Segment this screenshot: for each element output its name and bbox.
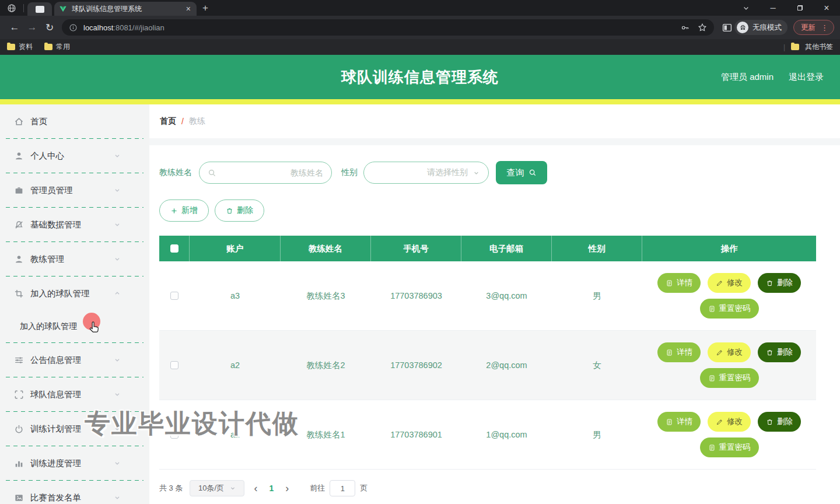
- sidebar-item-coach[interactable]: 教练管理: [0, 242, 149, 276]
- sidebar-item-team-info[interactable]: 球队信息管理: [0, 377, 149, 411]
- bookmark-folder[interactable]: 资料: [7, 42, 33, 52]
- table-row: a3 教练姓名3 17703786903 3@qq.com 男 详情: [159, 261, 816, 331]
- add-button-label: 新增: [181, 205, 198, 216]
- minimize-button[interactable]: ─: [760, 0, 786, 16]
- select-all-checkbox[interactable]: [170, 244, 178, 253]
- sidebar-subitem-joined-team[interactable]: 加入的球队管理: [0, 310, 149, 342]
- sidebar-item-basic-data[interactable]: 基础数据管理: [0, 208, 149, 242]
- row-checkbox[interactable]: [170, 292, 178, 300]
- goto-page-input[interactable]: [330, 480, 355, 496]
- cell-account: a3: [190, 261, 281, 330]
- detail-label: 详情: [677, 347, 692, 358]
- menu-dots-icon[interactable]: ⋮: [821, 23, 828, 32]
- sidebar-item-home[interactable]: 首页: [0, 104, 149, 138]
- side-panel-icon[interactable]: [722, 23, 732, 33]
- edit-button[interactable]: 修改: [708, 342, 751, 362]
- detail-button[interactable]: 详情: [657, 412, 701, 432]
- other-bookmarks[interactable]: | 其他书签: [783, 42, 833, 52]
- current-user: 管理员 admin: [721, 72, 774, 83]
- table-row: a2 教练姓名2 17703786902 2@qq.com 女 详情: [159, 331, 816, 400]
- sidebar-item-training-progress[interactable]: 训练进度管理: [0, 446, 149, 480]
- trash-icon: [766, 349, 774, 356]
- tab-close-icon[interactable]: ×: [185, 5, 192, 13]
- table-header-row: 账户 教练姓名 手机号 电子邮箱 性别 操作: [159, 236, 816, 261]
- active-tab[interactable]: 球队训练信息管理系统 ×: [54, 2, 197, 16]
- gender-select[interactable]: 请选择性别: [363, 162, 489, 184]
- url-text[interactable]: localhost:8081/#/jiaolian: [83, 23, 675, 32]
- row-checkbox[interactable]: [170, 361, 178, 369]
- search-icon: [528, 169, 537, 177]
- coach-name-input[interactable]: [216, 168, 323, 177]
- remove-button[interactable]: 删除: [758, 342, 801, 362]
- breadcrumb-home[interactable]: 首页: [160, 116, 176, 127]
- app-header: 球队训练信息管理系统 管理员 admin 退出登录: [0, 55, 840, 99]
- add-button[interactable]: 新增: [159, 200, 209, 222]
- vue-favicon: [59, 5, 67, 13]
- remove-label: 删除: [777, 416, 793, 427]
- detail-button[interactable]: 详情: [657, 342, 701, 362]
- remove-button[interactable]: 删除: [758, 412, 801, 432]
- pinned-tab[interactable]: [27, 2, 52, 16]
- edit-button[interactable]: 修改: [708, 412, 751, 432]
- key-icon[interactable]: [681, 23, 690, 32]
- briefcase-icon: [14, 186, 24, 195]
- url-host: localhost: [83, 23, 113, 32]
- cell-gender: 男: [552, 400, 642, 469]
- reset-password-button[interactable]: 重置密码: [700, 299, 759, 318]
- pencil-icon: [716, 418, 723, 426]
- row-checkbox[interactable]: [170, 430, 178, 439]
- sidebar-item-admin[interactable]: 管理员管理: [0, 173, 149, 207]
- edit-button[interactable]: 修改: [708, 273, 751, 293]
- forward-button[interactable]: →: [23, 22, 41, 33]
- reset-password-button[interactable]: 重置密码: [700, 438, 759, 457]
- detail-button[interactable]: 详情: [657, 273, 701, 293]
- sidebar-item-training-plan[interactable]: 训练计划管理: [0, 412, 149, 446]
- cell-name: 教练姓名2: [281, 331, 371, 400]
- cell-phone: 17703786903: [371, 261, 461, 330]
- total-count: 共 3 条: [159, 483, 183, 494]
- col-header: 账户: [190, 236, 281, 261]
- col-header: 手机号: [371, 236, 461, 261]
- filter-row: 教练姓名 性别 请选择性别: [159, 161, 840, 184]
- incognito-label: 无痕模式: [752, 23, 782, 33]
- back-button[interactable]: ←: [6, 22, 23, 33]
- bookmark-folder[interactable]: 常用: [44, 42, 70, 52]
- next-page-button[interactable]: ›: [276, 483, 298, 494]
- address-bar[interactable]: localhost:8081/#/jiaolian: [62, 19, 714, 36]
- bookmark-label: 资料: [19, 42, 33, 52]
- frame-icon: [14, 390, 24, 400]
- sidebar-item-announcement[interactable]: 公告信息管理: [0, 343, 149, 377]
- document-icon: [666, 418, 673, 426]
- page-size-select[interactable]: 10条/页: [190, 480, 244, 496]
- update-button[interactable]: 更新 ⋮: [793, 20, 834, 35]
- cell-gender: 男: [552, 261, 642, 330]
- sidebar-item-profile[interactable]: 个人中心: [0, 139, 149, 173]
- reset-password-button[interactable]: 重置密码: [700, 368, 759, 388]
- close-button[interactable]: ×: [813, 0, 840, 16]
- folder-icon: [44, 44, 52, 50]
- cell-phone: 17703786901: [371, 400, 461, 469]
- new-tab-button[interactable]: +: [202, 2, 208, 14]
- tab-search-button[interactable]: [733, 0, 760, 16]
- user-icon: [14, 151, 24, 161]
- restore-button[interactable]: [786, 0, 813, 16]
- tabstrip-divider: [23, 4, 24, 12]
- trash-icon: [766, 418, 774, 426]
- bell-icon: [14, 220, 24, 230]
- document-icon: [708, 444, 716, 452]
- search-button[interactable]: 查询: [496, 161, 547, 184]
- bookmark-star-icon[interactable]: [698, 23, 707, 32]
- cell-gender: 女: [552, 331, 642, 400]
- current-page[interactable]: 1: [267, 484, 276, 493]
- chevron-down-icon: [473, 169, 480, 177]
- sidebar-item-joined-team[interactable]: 加入的球队管理: [0, 276, 149, 310]
- logout-button[interactable]: 退出登录: [789, 72, 824, 83]
- prev-page-button[interactable]: ‹: [244, 483, 267, 494]
- info-icon[interactable]: [69, 23, 78, 32]
- remove-button[interactable]: 删除: [758, 273, 801, 293]
- sidebar-item-starting-lineup[interactable]: 比赛首发名单: [0, 481, 149, 504]
- page-size-value: 10条/页: [198, 483, 224, 494]
- breadcrumb-separator: /: [181, 117, 184, 126]
- reload-button[interactable]: ↻: [41, 22, 58, 34]
- delete-button[interactable]: 删除: [215, 200, 264, 222]
